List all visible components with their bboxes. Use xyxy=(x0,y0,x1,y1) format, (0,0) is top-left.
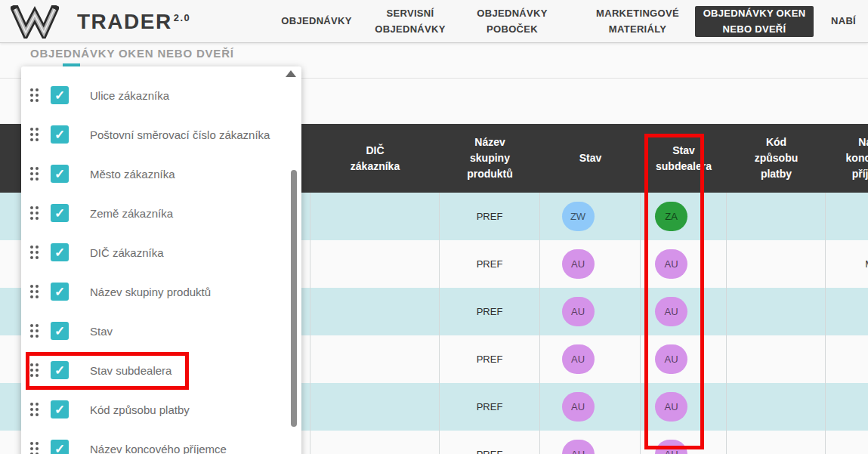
checkbox[interactable] xyxy=(51,165,69,183)
drag-handle-icon[interactable] xyxy=(30,246,41,259)
cell-text: PREF xyxy=(477,306,503,317)
table-cell xyxy=(727,288,826,335)
table-cell: PREF xyxy=(440,193,540,240)
checkbox-label: Název koncového příjemce xyxy=(90,443,227,454)
cell-text: PREF xyxy=(477,258,503,270)
table-cell xyxy=(310,240,440,288)
status-badge: AU xyxy=(562,392,595,422)
nav-item-2[interactable]: SERVISNÍ OBJEDNÁVKY xyxy=(364,0,456,43)
table-cell: 1 xyxy=(826,193,868,240)
table-cell xyxy=(727,335,826,383)
list-item[interactable]: Stav xyxy=(21,311,301,351)
table-cell xyxy=(727,383,826,431)
scrollbar-up-icon[interactable] xyxy=(286,70,296,77)
table-cell: PREF xyxy=(440,288,540,335)
checkbox[interactable] xyxy=(51,125,69,144)
table-cell: PREF xyxy=(440,431,540,454)
status-badge: AU xyxy=(562,344,595,374)
status-badge: AU xyxy=(562,297,595,326)
table-cell: ZW xyxy=(540,193,641,240)
nav-item-1[interactable]: OBJEDNÁVKY xyxy=(267,0,366,43)
checkbox[interactable] xyxy=(51,322,69,340)
table-cell xyxy=(727,431,826,454)
header-cell-5[interactable]: Kód způsobu platby xyxy=(727,124,826,193)
table-cell: AU xyxy=(540,335,641,383)
header-cell-label: Název koncového příjemce xyxy=(840,134,868,182)
cell-text: PREF xyxy=(477,449,503,454)
drag-handle-icon[interactable] xyxy=(30,206,41,220)
scrollbar-thumb[interactable] xyxy=(291,170,297,427)
list-item[interactable]: Země zákazníka xyxy=(21,193,301,233)
table-cell xyxy=(826,431,868,454)
table-cell: AU xyxy=(540,383,641,431)
checkbox[interactable] xyxy=(51,243,69,261)
header-cell-2[interactable]: Název skupiny produktů xyxy=(440,124,540,193)
list-item[interactable]: DIČ zákazníka xyxy=(21,233,301,272)
header-cell-1[interactable]: DIČ zákazníka xyxy=(310,124,440,193)
item-highlight-rect xyxy=(26,352,189,390)
table-cell: Mar xyxy=(826,240,868,288)
table-cell xyxy=(826,288,868,335)
table-cell: AU xyxy=(540,288,641,335)
list-item[interactable]: Kód způsobu platby xyxy=(21,390,301,429)
drag-handle-icon[interactable] xyxy=(30,403,41,416)
checkbox[interactable] xyxy=(51,400,69,418)
drag-handle-icon[interactable] xyxy=(30,285,41,298)
list-item[interactable]: Poštovní směrovací číslo zákazníka xyxy=(21,115,301,154)
checkbox-label: DIČ zákazníka xyxy=(90,246,164,259)
drag-handle-icon[interactable] xyxy=(30,324,41,338)
list-item[interactable]: Město zákazníka xyxy=(21,154,301,193)
table-cell: PREF xyxy=(440,383,540,431)
column-picker-list: Ulice zákazníkaPoštovní směrovací číslo … xyxy=(21,76,301,454)
checkbox-label: Město zákazníka xyxy=(90,168,175,181)
top-nav: TRADER2.0 OBJEDNÁVKYSERVISNÍ OBJEDNÁVKYO… xyxy=(0,0,868,43)
status-badge: ZW xyxy=(562,202,595,231)
header-cell-label: Stav xyxy=(579,150,602,166)
status-badge: AU xyxy=(562,440,595,454)
drag-handle-icon[interactable] xyxy=(30,442,41,454)
table-cell: 1 xyxy=(826,335,868,383)
page-title: OBJEDNÁVKY OKEN NEBO DVEŘÍ xyxy=(30,47,234,60)
checkbox[interactable] xyxy=(51,440,69,454)
checkbox-label: Země zákazníka xyxy=(90,207,173,220)
table-cell: 1 xyxy=(826,383,868,431)
table-cell: PREF xyxy=(440,335,540,383)
table-cell xyxy=(310,288,440,335)
table-cell: AU xyxy=(540,431,641,454)
w-logo-icon xyxy=(11,5,59,39)
nav-item-4[interactable]: MARKETINGOVÉ MATERIÁLY xyxy=(585,0,690,43)
app-window: TRADER2.0 OBJEDNÁVKYSERVISNÍ OBJEDNÁVKYO… xyxy=(0,0,868,454)
checkbox[interactable] xyxy=(51,86,69,104)
header-cell-label: DIČ zákazníka xyxy=(341,143,410,174)
list-item[interactable]: Název skupiny produktů xyxy=(21,272,301,311)
checkbox-label: Poštovní směrovací číslo zákazníka xyxy=(90,128,270,141)
checkbox-label: Ulice zákazníka xyxy=(90,89,169,102)
column-highlight-rect xyxy=(644,134,704,449)
checkbox[interactable] xyxy=(51,283,69,301)
checkbox-label: Název skupiny produktů xyxy=(90,286,211,298)
table-cell xyxy=(310,431,440,454)
checkbox[interactable] xyxy=(51,204,69,222)
brand[interactable]: TRADER2.0 xyxy=(11,5,190,39)
list-item[interactable]: Název koncového příjemce xyxy=(21,429,301,454)
nav-item-3[interactable]: OBJEDNÁVKY POBOČEK xyxy=(459,0,565,43)
brand-version: 2.0 xyxy=(174,12,191,23)
table-cell xyxy=(727,240,826,288)
checkbox-label: Kód způsobu platby xyxy=(90,403,190,416)
drag-handle-icon[interactable] xyxy=(30,167,41,181)
cell-text: Mar xyxy=(865,258,868,270)
header-cell-3[interactable]: Stav xyxy=(540,124,641,193)
cell-text: PREF xyxy=(477,401,503,412)
drag-handle-icon[interactable] xyxy=(30,128,41,141)
status-badge: AU xyxy=(562,249,595,279)
checkbox-label: Stav xyxy=(90,325,113,338)
table-cell xyxy=(310,335,440,383)
drag-handle-icon[interactable] xyxy=(30,88,41,102)
header-cell-6[interactable]: Název koncového příjemce xyxy=(826,124,868,193)
cell-text: PREF xyxy=(477,354,503,365)
table-cell xyxy=(310,193,440,240)
nav-item-5[interactable]: OBJEDNÁVKY OKEN NEBO DVEŘÍ xyxy=(695,6,814,37)
header-cell-label: Kód způsobu platby xyxy=(749,134,805,182)
nav-item-6[interactable]: NABÍ xyxy=(831,0,868,43)
list-item[interactable]: Ulice zákazníka xyxy=(21,76,301,115)
